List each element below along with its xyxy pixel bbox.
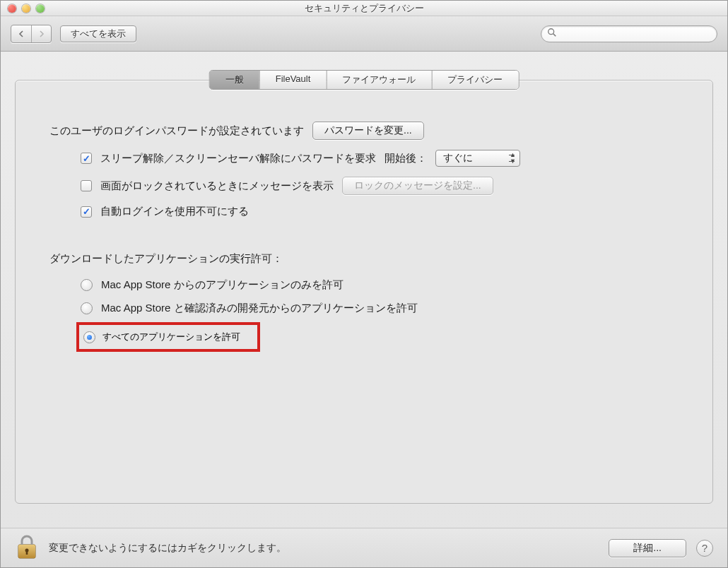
- gatekeeper-label-identified: Mac App Store と確認済みの開発元からのアプリケーションを許可: [101, 302, 418, 315]
- tab-privacy[interactable]: プライバシー: [431, 71, 518, 89]
- titlebar: セキュリティとプライバシー: [1, 1, 727, 16]
- svg-rect-5: [26, 550, 28, 555]
- lock-hint-text: 変更できないようにするにはカギをクリックします。: [49, 542, 286, 555]
- close-window-button[interactable]: [8, 4, 16, 13]
- window-title: セキュリティとプライバシー: [1, 2, 727, 15]
- svg-line-1: [553, 34, 556, 37]
- require-password-checkbox[interactable]: [81, 153, 92, 164]
- password-set-label: このユーザのログインパスワードが設定されています: [49, 124, 304, 138]
- require-password-row: スリープ解除／スクリーンセーバ解除にパスワードを要求 開始後： すぐに ▲▼: [81, 150, 679, 167]
- change-password-button[interactable]: パスワードを変更...: [312, 122, 424, 140]
- password-set-row: このユーザのログインパスワードが設定されています パスワードを変更...: [49, 122, 679, 140]
- gatekeeper-header: ダウンロードしたアプリケーションの実行許可：: [49, 252, 679, 266]
- advanced-button[interactable]: 詳細...: [609, 539, 686, 557]
- search-input[interactable]: [560, 28, 711, 40]
- show-lock-message-label: 画面がロックされているときにメッセージを表示: [100, 179, 334, 193]
- require-password-delay-popup[interactable]: すぐに ▲▼: [435, 150, 520, 167]
- tab-bar: 一般 FileVault ファイアウォール プライバシー: [209, 70, 519, 90]
- tab-general[interactable]: 一般: [210, 71, 259, 89]
- gatekeeper-option-store-row: Mac App Store からのアプリケーションのみを許可: [81, 278, 679, 292]
- minimize-window-button[interactable]: [22, 4, 30, 13]
- set-lock-message-button: ロックのメッセージを設定...: [342, 177, 493, 195]
- svg-point-0: [548, 29, 554, 35]
- tab-filevault[interactable]: FileVault: [259, 71, 327, 89]
- help-button[interactable]: ?: [696, 540, 713, 557]
- gatekeeper-label-anywhere: すべてのアプリケーションを許可: [102, 331, 240, 343]
- require-password-after-label: 開始後：: [384, 152, 427, 165]
- nav-segment: [11, 25, 52, 43]
- footer-right: 詳細... ?: [609, 539, 713, 557]
- disable-autologin-label: 自動ログインを使用不可にする: [100, 205, 249, 218]
- require-password-label: スリープ解除／スクリーンセーバ解除にパスワードを要求: [100, 152, 376, 165]
- footer: 変更できないようにするにはカギをクリックします。 詳細... ?: [1, 528, 727, 567]
- gatekeeper-label-store: Mac App Store からのアプリケーションのみを許可: [101, 278, 344, 292]
- window-controls: [8, 4, 45, 13]
- content: 一般 FileVault ファイアウォール プライバシー このユーザのログインパ…: [1, 52, 727, 528]
- tab-firewall[interactable]: ファイアウォール: [326, 71, 431, 89]
- disable-autologin-checkbox[interactable]: [81, 206, 92, 218]
- search-icon: [547, 28, 560, 40]
- popup-arrow-icon: ▲▼: [510, 152, 516, 165]
- show-all-button[interactable]: すべてを表示: [60, 25, 136, 42]
- general-pane: このユーザのログインパスワードが設定されています パスワードを変更... スリー…: [15, 80, 713, 504]
- preferences-window: セキュリティとプライバシー すべてを表示 一般 FileVault ファイアウォ…: [0, 0, 728, 568]
- gatekeeper-radio-identified[interactable]: [81, 302, 93, 314]
- search-field-wrap[interactable]: [541, 25, 717, 42]
- show-lock-message-checkbox[interactable]: [81, 180, 92, 191]
- zoom-window-button[interactable]: [36, 4, 45, 13]
- lock-icon[interactable]: [15, 533, 39, 562]
- forward-button[interactable]: [31, 25, 51, 42]
- toolbar: すべてを表示: [1, 16, 727, 52]
- gatekeeper-radio-anywhere[interactable]: [83, 331, 95, 343]
- gatekeeper-radio-store[interactable]: [81, 279, 93, 291]
- back-button[interactable]: [11, 25, 31, 42]
- gatekeeper-option-anywhere-highlight: すべてのアプリケーションを許可: [76, 322, 260, 352]
- gatekeeper-option-identified-row: Mac App Store と確認済みの開発元からのアプリケーションを許可: [81, 302, 679, 315]
- show-lock-message-row: 画面がロックされているときにメッセージを表示 ロックのメッセージを設定...: [81, 177, 679, 195]
- disable-autologin-row: 自動ログインを使用不可にする: [81, 205, 679, 218]
- require-password-delay-value: すぐに: [443, 152, 473, 165]
